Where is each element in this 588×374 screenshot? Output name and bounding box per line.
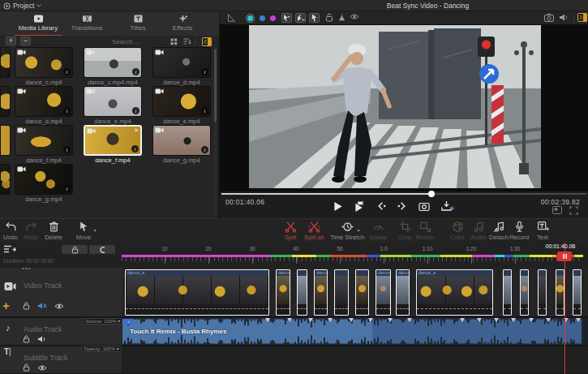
beat-pin-marker[interactable] [576, 318, 581, 322]
beat-pin-marker[interactable] [407, 318, 412, 322]
beat-pin-marker[interactable] [308, 318, 313, 322]
tab-transitions[interactable]: Transitions [62, 12, 111, 36]
library-item[interactable]: idance_c.mp4 [15, 47, 73, 86]
video-clip[interactable]: dance_a [125, 269, 269, 316]
lock-icon[interactable] [325, 13, 333, 22]
beat-pin-marker[interactable] [460, 318, 465, 322]
library-item[interactable]: idance_c.mp4.mp4 [84, 47, 142, 86]
beat-pin-marker[interactable] [511, 318, 516, 322]
library-item[interactable]: idance_e.mp4 [84, 86, 142, 125]
speaker-icon[interactable] [559, 13, 569, 22]
library-item[interactable]: idance_g.mp4 [15, 164, 73, 203]
lock-all-tracks-button[interactable] [62, 245, 88, 254]
info-icon[interactable]: i [201, 68, 208, 75]
info-icon[interactable]: i [132, 68, 139, 75]
playhead-right-arrow[interactable]: › [573, 252, 575, 260]
beat-pin-marker[interactable] [494, 318, 499, 322]
volume-badge[interactable]: Volume: 100% ▾ [83, 318, 122, 325]
video-clip[interactable]: dance_e [376, 269, 391, 316]
video-clip[interactable] [334, 269, 349, 316]
eye-icon[interactable] [350, 13, 359, 20]
add-track-plus-button[interactable]: + [2, 299, 10, 312]
close-icon[interactable]: ✕ [134, 127, 139, 134]
info-icon[interactable]: i [132, 107, 139, 114]
show-track-icon[interactable] [37, 364, 47, 372]
marker-flag-icon[interactable] [337, 13, 346, 22]
media-thumbnail[interactable]: i [15, 164, 73, 195]
beat-marker-blue-dot[interactable] [260, 15, 265, 21]
snapshot-button[interactable] [418, 201, 430, 212]
snap-magnet-button[interactable] [89, 245, 115, 254]
beat-ramp-icon[interactable] [226, 13, 236, 23]
beat-pin-marker[interactable] [477, 318, 482, 322]
video-clip[interactable]: dance_a [396, 269, 410, 316]
library-item[interactable]: i✕dance_f.mp4 [84, 125, 142, 164]
info-icon[interactable]: i [63, 146, 71, 153]
cursor-select-tool[interactable] [309, 13, 320, 23]
info-icon[interactable]: i [63, 185, 71, 192]
beat-pin-marker[interactable] [349, 318, 354, 322]
lock-track-icon[interactable] [23, 302, 30, 310]
export-frame-button[interactable] [441, 200, 454, 212]
mute-track-icon[interactable] [37, 302, 47, 310]
tab-effects[interactable]: Effects [158, 12, 207, 36]
seek-bar[interactable] [221, 193, 586, 195]
video-clip[interactable] [538, 269, 547, 316]
cursor-bar-tool[interactable] [295, 13, 306, 23]
aspect-ratio-icon[interactable] [552, 206, 562, 214]
move-button[interactable]: ▾Move [66, 221, 101, 241]
info-icon[interactable]: i [63, 68, 71, 75]
beat-pin-marker[interactable] [529, 318, 534, 322]
splitall-button[interactable]: Split all [296, 221, 332, 241]
opacity-badge[interactable]: Opacity: 100% ▾ [81, 346, 122, 352]
previous-frame-button[interactable] [376, 201, 386, 211]
video-clip[interactable]: dance_e [276, 269, 290, 316]
media-thumbnail[interactable]: i [84, 47, 142, 78]
grid-view-icon[interactable] [170, 38, 178, 45]
expand-panel-icon[interactable] [577, 13, 587, 22]
text-button[interactable]: Text [525, 221, 560, 241]
add-track-icon[interactable] [3, 245, 16, 254]
media-thumbnail[interactable]: i✕ [84, 125, 142, 156]
speaker-track-icon[interactable] [37, 335, 47, 343]
playhead-handle[interactable] [557, 251, 572, 261]
next-frame-button[interactable] [397, 201, 407, 211]
media-thumbnail[interactable]: i [15, 47, 73, 78]
media-thumbnail[interactable]: i [152, 125, 211, 156]
beat-marker-cyan-dot[interactable] [247, 15, 253, 21]
seek-handle[interactable] [428, 191, 435, 197]
sort-icon[interactable] [183, 38, 191, 45]
video-clip[interactable]: dance_a [416, 269, 493, 316]
collapse-panel-icon[interactable] [202, 37, 212, 46]
media-thumbnail[interactable]: i [152, 47, 211, 78]
media-thumbnail[interactable]: i [84, 86, 142, 117]
tab-media-library[interactable]: Media Library [14, 12, 62, 36]
track-options-dots[interactable]: ••• [22, 264, 31, 272]
cursor-add-tool[interactable] [281, 13, 292, 23]
beat-pin-marker[interactable] [388, 318, 393, 322]
video-clip[interactable] [556, 269, 564, 316]
project-menu[interactable]: Project [3, 1, 41, 11]
info-icon[interactable]: i [201, 146, 208, 153]
beat-pin-marker[interactable] [368, 318, 373, 322]
remove-media-button[interactable]: − [20, 37, 31, 45]
library-item[interactable]: idance_d.mp4 [15, 86, 73, 125]
lock-track-icon[interactable] [23, 335, 30, 343]
tab-titles[interactable]: Titles [114, 12, 162, 36]
video-clip[interactable] [520, 269, 529, 316]
video-clip[interactable] [573, 269, 582, 316]
beat-pin-marker[interactable] [546, 318, 551, 322]
lock-track-icon[interactable] [23, 363, 30, 372]
audio-clip[interactable]: ♪ Touch It Remix - Busta Rhymes [122, 318, 583, 345]
media-thumbnail[interactable]: i [152, 86, 211, 117]
library-scrollbar[interactable] [214, 49, 217, 215]
video-clip[interactable] [503, 269, 512, 316]
video-clip[interactable]: dance_c [314, 269, 328, 316]
video-clip[interactable] [297, 269, 307, 316]
library-item[interactable]: idance_f.mp4 [15, 125, 73, 164]
media-thumbnail[interactable]: i [15, 86, 73, 117]
beat-pin-marker[interactable] [265, 318, 270, 322]
info-icon[interactable]: i [201, 107, 208, 114]
library-item[interactable]: idance_d.mp4 [152, 47, 211, 86]
library-item[interactable]: idance_e.mp4 [152, 86, 211, 125]
